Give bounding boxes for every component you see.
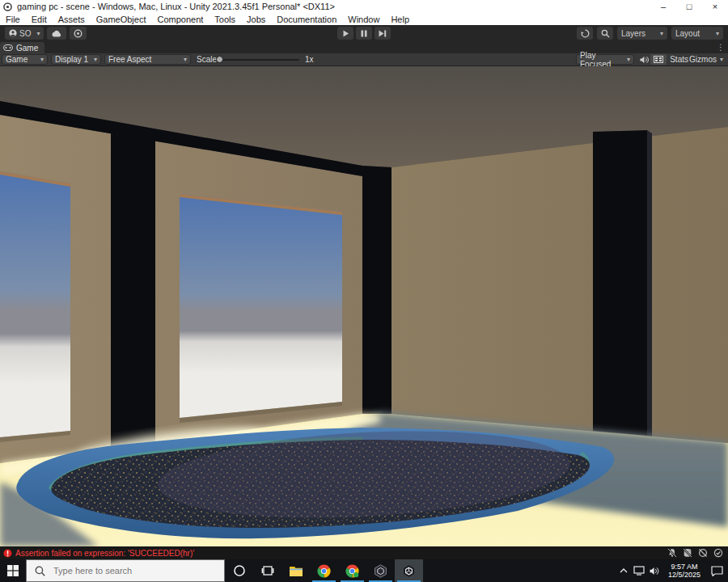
vsync-button[interactable] xyxy=(650,54,667,65)
aspect-ratio-label: Free Aspect xyxy=(108,55,151,64)
network-icon xyxy=(633,566,645,576)
menu-item-window[interactable]: Window xyxy=(342,15,385,24)
game-view-icon xyxy=(3,44,13,51)
scene-window-main xyxy=(180,194,342,423)
history-icon xyxy=(581,29,590,38)
cloud-button[interactable] xyxy=(47,27,66,40)
tab-game[interactable]: Game xyxy=(0,42,44,53)
scale-label: Scale xyxy=(197,54,217,65)
menu-item-assets[interactable]: Assets xyxy=(53,15,91,24)
gizmos-dropdown[interactable]: Gizmos ▾ xyxy=(689,54,723,65)
gizmos-label: Gizmos xyxy=(689,55,717,64)
task-view-button[interactable] xyxy=(253,559,281,582)
chrome-button-1[interactable] xyxy=(310,559,338,582)
play-controls xyxy=(337,27,391,40)
game-view-toolbar: Game ▾ Display 1 ▾ Free Aspect ▾ Scale 1… xyxy=(0,53,728,66)
menu-item-gameobject[interactable]: GameObject xyxy=(91,15,152,24)
file-explorer-button[interactable] xyxy=(281,559,310,582)
game-viewport[interactable] xyxy=(0,66,728,546)
unity-editor-icon xyxy=(402,564,416,578)
title-bar: gaming pc - scene - Windows, Mac, Linux … xyxy=(0,0,728,13)
stats-button[interactable]: Stats xyxy=(670,54,688,65)
vsync-icon xyxy=(654,56,663,63)
menu-item-documentation[interactable]: Documentation xyxy=(271,15,342,24)
file-explorer-icon xyxy=(289,565,303,577)
layout-dropdown[interactable]: Layout ▾ xyxy=(671,27,723,40)
layers-label: Layers xyxy=(621,29,645,38)
pause-button[interactable] xyxy=(356,27,372,40)
chrome-icon xyxy=(317,564,331,578)
search-button[interactable] xyxy=(597,27,613,40)
play-button[interactable] xyxy=(337,27,353,40)
maximize-button[interactable]: □ xyxy=(676,0,702,13)
step-button[interactable] xyxy=(375,27,391,40)
close-button[interactable]: × xyxy=(702,0,728,13)
chevron-down-icon: ▾ xyxy=(36,30,40,37)
stats-label: Stats xyxy=(670,55,688,64)
display-dropdown[interactable]: Display 1 ▾ xyxy=(51,54,101,65)
unity-hub-button[interactable] xyxy=(366,559,395,582)
bell-off-icon[interactable] xyxy=(667,548,677,558)
speaker-icon xyxy=(640,56,650,64)
volume-status[interactable] xyxy=(647,559,663,582)
window-controls: – □ × xyxy=(650,0,728,13)
chrome-icon xyxy=(345,564,359,578)
start-button[interactable] xyxy=(0,559,26,582)
tab-menu-button[interactable]: ⋮ xyxy=(717,42,725,53)
action-center-button[interactable] xyxy=(705,559,728,582)
unity-editor-button[interactable] xyxy=(395,559,423,582)
tray-clock[interactable]: 9:57 AM 12/5/2025 xyxy=(663,563,705,579)
minimize-button[interactable]: – xyxy=(650,0,676,13)
menu-item-component[interactable]: Component xyxy=(151,15,209,24)
display-label: Display 1 xyxy=(55,55,88,64)
layers-dropdown[interactable]: Layers ▾ xyxy=(617,27,667,40)
console-error-message[interactable]: Assertion failed on expression: 'SUCCEED… xyxy=(15,549,194,558)
scene-window-left xyxy=(0,171,70,442)
search-input[interactable] xyxy=(52,565,217,576)
menu-item-file[interactable]: File xyxy=(0,15,26,24)
chrome-button-2[interactable] xyxy=(338,559,366,582)
tray-time: 9:57 AM xyxy=(668,563,700,571)
sync-off-icon[interactable] xyxy=(698,548,708,558)
status-bar-icons xyxy=(667,548,723,558)
scale-slider-thumb[interactable] xyxy=(216,56,223,63)
windows-taskbar: 9:57 AM 12/5/2025 xyxy=(0,559,728,582)
cortana-button[interactable] xyxy=(225,559,253,582)
network-status[interactable] xyxy=(631,559,647,582)
menu-item-help[interactable]: Help xyxy=(385,15,415,24)
pause-icon xyxy=(361,30,367,37)
rendered-scene xyxy=(0,66,728,546)
menu-item-tools[interactable]: Tools xyxy=(209,15,241,24)
undo-history-button[interactable] xyxy=(577,27,593,40)
search-icon xyxy=(601,29,610,38)
check-circle-icon[interactable] xyxy=(713,548,723,558)
cortana-icon xyxy=(233,564,246,577)
view-mode-dropdown[interactable]: Game ▾ xyxy=(2,54,48,65)
account-button[interactable]: SO ▾ xyxy=(5,27,44,40)
play-focused-dropdown[interactable]: Play Focused ▾ xyxy=(576,54,634,65)
windows-logo-icon xyxy=(7,565,19,576)
tray-expand-button[interactable] xyxy=(616,559,631,582)
scale-slider-track[interactable] xyxy=(218,59,299,61)
account-label: SO xyxy=(19,29,31,38)
main-toolbar: SO ▾ xyxy=(0,25,728,42)
menu-item-edit[interactable]: Edit xyxy=(26,15,53,24)
menu-item-jobs[interactable]: Jobs xyxy=(241,15,271,24)
aspect-ratio-dropdown[interactable]: Free Aspect ▾ xyxy=(104,54,191,65)
taskbar-search[interactable] xyxy=(26,559,225,582)
services-button[interactable] xyxy=(70,27,87,40)
mute-audio-button[interactable] xyxy=(640,54,650,65)
unity-logo-icon xyxy=(3,2,12,11)
system-tray: 9:57 AM 12/5/2025 xyxy=(616,559,728,582)
unity-editor-window: gaming pc - scene - Windows, Mac, Linux … xyxy=(0,0,728,582)
cache-off-icon[interactable] xyxy=(683,548,692,558)
chevron-down-icon: ▾ xyxy=(40,56,44,63)
search-icon xyxy=(35,566,45,576)
tray-date: 12/5/2025 xyxy=(668,571,700,579)
unity-hub-icon xyxy=(374,564,387,578)
step-icon xyxy=(379,30,387,37)
scene-corner-pillar xyxy=(362,166,392,414)
view-mode-label: Game xyxy=(6,55,28,64)
chevron-down-icon: ▾ xyxy=(716,30,719,37)
scale-value: 1x xyxy=(305,54,314,65)
